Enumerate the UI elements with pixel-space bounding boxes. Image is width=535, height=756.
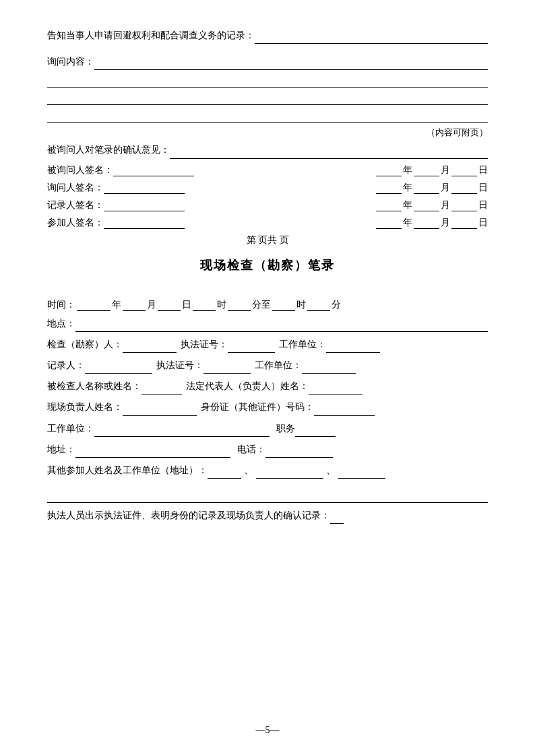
checked-name-label: 被检查人名称或姓名：	[47, 378, 141, 394]
sign-row-3: 参加人签名： 年 月 日	[47, 215, 488, 229]
section2-title: 现场检查（勘察）笔录	[47, 257, 488, 273]
divider-line	[47, 489, 488, 503]
date-part-0: 年 月 日	[375, 163, 488, 176]
year-field-1[interactable]	[376, 180, 402, 194]
hour2-input[interactable]	[272, 298, 295, 311]
time-row: 时间： 年 月 日 时 分至 时 分	[47, 298, 488, 311]
content-line-1[interactable]	[47, 74, 488, 88]
year-field-3[interactable]	[376, 215, 402, 229]
inquiry-field[interactable]	[94, 57, 488, 70]
page-number: —5—	[0, 725, 535, 736]
address-field[interactable]	[75, 444, 230, 458]
time-label: 时间：	[47, 299, 75, 311]
work-unit2-label: 工作单位：	[47, 420, 94, 437]
sign-field-2[interactable]	[104, 198, 185, 211]
address-row: 地址： 电话：	[47, 441, 488, 458]
place-field[interactable]	[75, 318, 488, 332]
record-row: 告知当事人申请回避权利和配合调查义务的记录：	[47, 27, 488, 44]
top-section: 告知当事人申请回避权利和配合调查义务的记录： 询问内容： （内容可附页） 被询问…	[47, 27, 488, 246]
day-field-2[interactable]	[451, 198, 477, 211]
day-field-1[interactable]	[451, 180, 477, 194]
recorder-field[interactable]	[85, 360, 152, 374]
legal-rep-label: 法定代表人（负责人）姓名：	[186, 378, 309, 394]
content-line-3[interactable]	[47, 109, 488, 123]
month-char-1: 月	[441, 182, 450, 194]
sign-label-0: 被询问人签名：	[47, 164, 113, 176]
month-field-2[interactable]	[414, 198, 439, 211]
day-field-0[interactable]	[451, 163, 477, 176]
sign-field-0[interactable]	[113, 163, 194, 176]
year-field-2[interactable]	[376, 198, 402, 211]
sep2: 、	[326, 462, 336, 479]
cert-field[interactable]	[228, 339, 275, 353]
hour-input[interactable]	[193, 298, 216, 311]
day-char-2: 日	[478, 199, 488, 211]
site-head-row: 现场负责人姓名： 身份证（其他证件）号码：	[47, 399, 488, 415]
month-char-2: 月	[441, 199, 450, 211]
month-char-0: 月	[441, 164, 450, 176]
phone-label: 电话：	[237, 441, 265, 458]
year-field-0[interactable]	[376, 163, 402, 176]
inquiry-label: 询问内容：	[47, 53, 94, 70]
work-unit-field2[interactable]	[302, 360, 356, 374]
exec-field[interactable]	[330, 510, 344, 524]
position-field[interactable]	[295, 423, 336, 437]
day-char-3: 日	[478, 217, 488, 229]
page: 告知当事人申请回避权利和配合调查义务的记录： 询问内容： （内容可附页） 被询问…	[0, 0, 535, 756]
sign-label-3: 参加人签名：	[47, 217, 104, 229]
sign-label-2: 记录人签名：	[47, 199, 104, 211]
inspector-field[interactable]	[123, 339, 177, 353]
exec-label: 执法人员出示执法证件、表明身份的记录及现场负责人的确认记录：	[47, 507, 330, 524]
sign-field-3[interactable]	[104, 215, 185, 229]
day-char-0: 日	[478, 164, 488, 176]
confirm-label: 被询问人对笔录的确认意见：	[47, 141, 170, 158]
phone-field[interactable]	[265, 444, 333, 458]
month-field-1[interactable]	[414, 180, 439, 194]
record-label: 告知当事人申请回避权利和配合调查义务的记录：	[47, 27, 255, 44]
fen2-char: 分	[332, 299, 341, 311]
content-line-2[interactable]	[47, 92, 488, 105]
recorder-label: 记录人：	[47, 357, 85, 374]
inspector-label: 检查（勘察）人：	[47, 336, 123, 353]
checked-name-field[interactable]	[141, 381, 182, 394]
year-input[interactable]	[77, 298, 111, 311]
day-field-3[interactable]	[451, 215, 477, 229]
place-row: 地点：	[47, 315, 488, 332]
position-label: 职务	[276, 420, 295, 437]
confirm-field[interactable]	[170, 145, 488, 159]
year-char-3: 年	[403, 217, 412, 229]
min-input[interactable]	[228, 298, 251, 311]
hour2-char: 时	[296, 299, 306, 311]
cert-label: 执法证号：	[181, 336, 228, 353]
work-unit-label: 工作单位：	[279, 336, 326, 353]
sign-label-1: 询问人签名：	[47, 182, 104, 194]
exec-row: 执法人员出示执法证件、表明身份的记录及现场负责人的确认记录：	[47, 507, 488, 524]
work-unit2-row: 工作单位： 职务	[47, 420, 488, 437]
record-field[interactable]	[255, 30, 488, 44]
month-field-3[interactable]	[414, 215, 439, 229]
hour-char: 时	[217, 299, 226, 311]
min2-input[interactable]	[307, 298, 330, 311]
place-label: 地点：	[47, 315, 75, 332]
others-field2[interactable]	[256, 465, 323, 479]
id-field[interactable]	[314, 403, 375, 416]
month-char-3: 月	[441, 217, 450, 229]
work-unit-label2: 工作单位：	[255, 357, 302, 374]
year-char-1: 年	[403, 182, 412, 194]
month-input[interactable]	[123, 298, 146, 311]
sign-row-2: 记录人签名： 年 月 日	[47, 198, 488, 211]
legal-rep-field[interactable]	[309, 381, 363, 394]
site-head-field[interactable]	[123, 403, 197, 416]
day-input[interactable]	[158, 298, 181, 311]
sign-field-1[interactable]	[104, 180, 185, 194]
cert-label2: 执法证号：	[156, 357, 203, 374]
others-field1[interactable]	[208, 465, 241, 479]
fen-char: 分至	[252, 299, 271, 311]
month-field-0[interactable]	[414, 163, 439, 176]
others-field3[interactable]	[338, 465, 385, 479]
work-unit-field[interactable]	[326, 339, 380, 353]
checked-name-row: 被检查人名称或姓名： 法定代表人（负责人）姓名：	[47, 378, 488, 394]
work-unit2-field[interactable]	[94, 423, 270, 437]
cert-field2[interactable]	[203, 360, 251, 374]
date-part-3: 年 月 日	[375, 215, 488, 229]
